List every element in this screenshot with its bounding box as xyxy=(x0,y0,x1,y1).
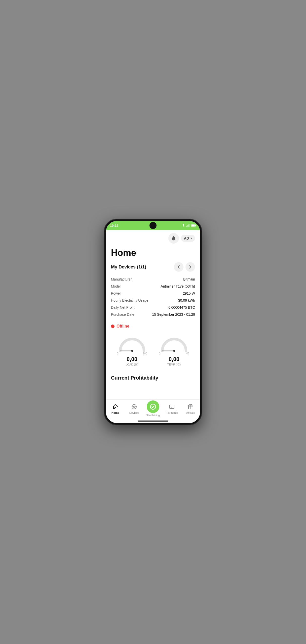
model-row: Model Antminer T17e (53Th) xyxy=(111,283,195,290)
nav-item-home[interactable]: Home xyxy=(106,403,125,414)
svg-rect-5 xyxy=(196,225,196,226)
load-gauge: 0 100 0,00 LOAD (%) xyxy=(116,335,148,366)
svg-point-8 xyxy=(131,350,133,352)
mining-icon xyxy=(149,403,157,410)
temp-gauge-label: TEMP (°C) xyxy=(167,363,181,366)
load-gauge-svg xyxy=(117,335,147,352)
payments-nav-label: Payments xyxy=(166,411,178,414)
temp-gauge-value: 0,00 xyxy=(169,356,179,362)
devices-nav-label: Devices xyxy=(129,411,139,414)
home-icon xyxy=(112,404,118,410)
temp-gauge: 0 45 0,00 TEMP (°C) xyxy=(158,335,190,366)
page-title: Home xyxy=(106,246,200,262)
hourly-electricity-label: Hourly Electricity Usage xyxy=(111,298,148,302)
svg-rect-1 xyxy=(187,225,188,227)
chevron-down-icon: ▾ xyxy=(190,237,192,240)
prev-device-button[interactable] xyxy=(174,262,183,272)
load-gauge-label: LOAD (%) xyxy=(126,363,138,366)
svg-point-10 xyxy=(173,350,175,352)
manufacturer-row: Manufacturer Bitmain xyxy=(111,276,195,283)
svg-rect-6 xyxy=(192,225,195,226)
nav-item-devices[interactable]: Devices xyxy=(125,403,144,414)
hourly-electricity-row: Hourly Electricity Usage $0,09 kWh xyxy=(111,297,195,304)
temp-gauge-max: 45 xyxy=(186,352,189,355)
svg-point-12 xyxy=(133,406,135,407)
app-header: AD ▾ xyxy=(106,230,200,246)
purchase-date-label: Purchase Date xyxy=(111,312,134,316)
start-mining-nav-icon xyxy=(147,400,159,413)
bottom-nav: Home Devices xyxy=(106,399,200,420)
my-devices-title: My Devices (1/1) xyxy=(111,264,146,270)
gift-icon xyxy=(188,404,194,410)
nav-item-start-mining[interactable]: Start Mining xyxy=(144,400,163,417)
status-text: Offline xyxy=(117,324,129,329)
load-gauge-min: 0 xyxy=(117,352,119,355)
next-device-button[interactable] xyxy=(185,262,195,272)
affiliate-nav-icon xyxy=(187,403,194,410)
temp-gauge-svg xyxy=(159,335,189,352)
chevron-right-icon xyxy=(189,265,192,269)
manufacturer-label: Manufacturer xyxy=(111,277,132,281)
wifi-icon xyxy=(181,224,185,227)
load-gauge-value: 0,00 xyxy=(127,356,137,362)
power-label: Power xyxy=(111,291,121,295)
daily-net-profit-value: 0,00004475 BTC xyxy=(168,305,195,309)
device-info: Manufacturer Bitmain Model Antminer T17e… xyxy=(106,275,200,321)
model-value: Antminer T17e (53Th) xyxy=(161,284,195,288)
svg-rect-3 xyxy=(189,224,190,227)
device-status-badge: Offline xyxy=(106,321,200,333)
svg-rect-18 xyxy=(170,405,174,408)
status-bar: 10:32 xyxy=(106,221,200,230)
profitability-title: Current Profitability xyxy=(111,375,158,381)
camera-notch xyxy=(149,222,157,229)
load-gauge-min-max: 0 100 xyxy=(117,352,147,355)
gauges-container: 0 100 0,00 LOAD (%) xyxy=(106,333,200,371)
hourly-electricity-value: $0,09 kWh xyxy=(178,298,195,302)
battery-icon xyxy=(191,224,196,227)
svg-rect-2 xyxy=(188,224,189,227)
chevron-left-icon xyxy=(177,265,180,269)
home-indicator-area xyxy=(106,420,200,423)
home-indicator xyxy=(138,421,168,422)
my-devices-section-header: My Devices (1/1) xyxy=(106,262,200,275)
devices-nav-icon xyxy=(131,403,138,410)
scroll-content[interactable]: AD ▾ Home My Devices (1/1) xyxy=(106,230,200,399)
signal-icon xyxy=(186,224,190,227)
phone-screen: 10:32 xyxy=(106,221,200,423)
purchase-date-row: Purchase Date 15 September 2023 - 01:29 xyxy=(111,311,195,318)
daily-net-profit-row: Daily Net Profit 0,00004475 BTC xyxy=(111,304,195,311)
status-dot xyxy=(111,325,114,328)
bell-icon xyxy=(171,236,176,241)
affiliate-nav-label: Affiliate xyxy=(186,411,195,414)
svg-rect-0 xyxy=(186,226,187,227)
profile-button[interactable]: AD ▾ xyxy=(181,235,195,242)
load-gauge-max: 100 xyxy=(143,352,147,355)
nav-item-affiliate[interactable]: Affiliate xyxy=(181,403,200,414)
status-time: 10:32 xyxy=(110,224,118,227)
profitability-section: Current Profitability xyxy=(106,371,200,383)
temp-gauge-min: 0 xyxy=(159,352,161,355)
nav-item-payments[interactable]: Payments xyxy=(162,403,181,414)
power-row: Power 2915 W xyxy=(111,290,195,297)
phone-frame: 10:32 xyxy=(104,219,202,425)
svg-rect-19 xyxy=(171,407,172,407)
home-nav-label: Home xyxy=(111,411,119,414)
payments-icon xyxy=(169,404,175,410)
power-value: 2915 W xyxy=(183,291,195,295)
start-mining-nav-label: Start Mining xyxy=(146,414,160,417)
home-nav-icon xyxy=(112,403,119,410)
status-icons xyxy=(181,224,196,227)
profile-initials: AD xyxy=(184,236,189,240)
daily-net-profit-label: Daily Net Profit xyxy=(111,305,134,309)
purchase-date-value: 15 September 2023 - 01:29 xyxy=(152,312,195,316)
manufacturer-value: Bitmain xyxy=(183,277,195,281)
notification-bell-button[interactable] xyxy=(168,233,179,244)
model-label: Model xyxy=(111,284,121,288)
temp-gauge-min-max: 0 45 xyxy=(159,352,189,355)
payments-nav-icon xyxy=(168,403,175,410)
device-nav-arrows xyxy=(174,262,195,272)
devices-icon xyxy=(131,404,137,410)
